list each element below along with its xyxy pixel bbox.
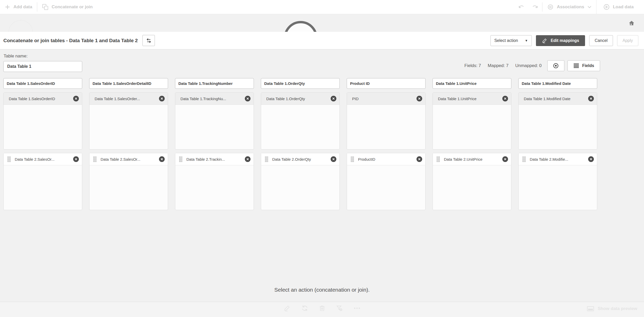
associations-button[interactable]: Associations bbox=[542, 0, 596, 14]
edit-mappings-button[interactable]: Edit mappings bbox=[536, 35, 585, 46]
apply-button[interactable]: Apply bbox=[617, 35, 638, 46]
close-icon[interactable] bbox=[331, 156, 336, 162]
field-chip-label: ProductID bbox=[358, 157, 416, 161]
unmapped-count: Unmapped: 0 bbox=[515, 63, 542, 68]
fields-summary: Fields: 7 Mapped: 7 Unmapped: 0 Fields bbox=[464, 60, 600, 71]
faint-spinner-circle bbox=[9, 20, 33, 32]
filter-clear-icon[interactable] bbox=[336, 305, 343, 312]
preview-toggle-button[interactable] bbox=[547, 60, 564, 71]
field-chip[interactable]: ProductID bbox=[347, 153, 425, 165]
home-button[interactable] bbox=[627, 19, 636, 27]
field-chip[interactable]: Data Table 2.Trackin... bbox=[175, 153, 254, 165]
concatenate-or-join-button[interactable]: Concatenate or join bbox=[37, 0, 97, 14]
mapping-columns: Data Table 1.SalesOrderID Data Table 2.S… bbox=[3, 78, 597, 213]
associations-label: Associations bbox=[557, 4, 584, 10]
close-icon[interactable] bbox=[245, 156, 251, 162]
table1-field-card: Data Table 1.UnitPrice bbox=[433, 92, 511, 150]
close-icon[interactable] bbox=[502, 156, 508, 162]
table-name-label: Table name: bbox=[4, 54, 28, 59]
close-icon[interactable] bbox=[416, 156, 422, 162]
pencil-icon bbox=[542, 38, 548, 43]
field-chip[interactable]: Data Table 2.UnitPrice bbox=[433, 153, 511, 165]
footer-icon-group bbox=[284, 305, 361, 312]
ellipsis-icon[interactable] bbox=[353, 305, 361, 312]
drag-handle-icon[interactable] bbox=[179, 156, 183, 162]
drag-handle-icon[interactable] bbox=[522, 156, 526, 162]
close-icon[interactable] bbox=[416, 96, 422, 101]
column-name-input[interactable] bbox=[518, 78, 597, 89]
field-chip-label: Data Table 2.Modifie... bbox=[530, 157, 588, 161]
select-action-label: Select action bbox=[494, 38, 518, 43]
close-icon[interactable] bbox=[588, 156, 594, 162]
show-data-preview-toggle[interactable]: Show data preview bbox=[587, 306, 637, 312]
table1-field-card: Data Table 1.OrderQty bbox=[261, 92, 340, 150]
mapped-count: Mapped: 7 bbox=[488, 63, 509, 68]
drag-handle-icon[interactable] bbox=[436, 156, 440, 162]
field-chip[interactable]: Data Table 2.Modifie... bbox=[519, 153, 597, 165]
preview-eye-icon bbox=[552, 62, 559, 69]
field-chip[interactable]: Data Table 2.SalesOr... bbox=[4, 153, 82, 165]
column-name-input[interactable] bbox=[261, 78, 340, 89]
mapping-column: PID ProductID bbox=[347, 78, 426, 213]
table1-field-card: Data Table 1.TrackingNu... bbox=[175, 92, 254, 150]
fields-button-label: Fields bbox=[582, 63, 594, 68]
undo-button[interactable] bbox=[514, 0, 528, 14]
close-icon[interactable] bbox=[331, 96, 336, 101]
field-chip[interactable]: Data Table 1.SalesOrder... bbox=[89, 93, 168, 105]
field-chip[interactable]: Data Table 1.OrderQty bbox=[261, 93, 339, 105]
footer-toolbar: Show data preview bbox=[0, 302, 644, 317]
trash-icon[interactable] bbox=[319, 305, 325, 312]
redo-button[interactable] bbox=[528, 0, 542, 14]
column-name-input[interactable] bbox=[89, 78, 168, 89]
load-data-button[interactable]: Load data bbox=[596, 0, 644, 14]
close-icon[interactable] bbox=[73, 156, 79, 162]
field-chip[interactable]: Data Table 1.UnitPrice bbox=[433, 93, 511, 105]
table1-field-card: Data Table 1.SalesOrder... bbox=[89, 92, 168, 150]
column-name-input[interactable] bbox=[433, 78, 511, 89]
drag-handle-icon[interactable] bbox=[265, 156, 268, 162]
field-chip[interactable]: Data Table 1.Modified Date bbox=[519, 93, 597, 105]
column-name-input[interactable] bbox=[3, 78, 82, 89]
field-chip[interactable]: Data Table 2.OrderQty bbox=[261, 153, 339, 165]
chevron-down-icon bbox=[587, 5, 592, 9]
add-data-label: Add data bbox=[13, 4, 32, 10]
column-name-input[interactable] bbox=[175, 78, 254, 89]
loading-spinner bbox=[284, 21, 317, 32]
field-chip-label: Data Table 2.SalesOr... bbox=[101, 157, 159, 161]
field-chip[interactable]: PID bbox=[347, 93, 425, 105]
close-icon[interactable] bbox=[159, 96, 165, 101]
caret-down-icon: ▼ bbox=[525, 39, 528, 42]
field-chip-label: Data Table 1.UnitPrice bbox=[438, 97, 502, 101]
close-icon[interactable] bbox=[502, 96, 508, 101]
field-chip-label: Data Table 1.Modified Date bbox=[524, 97, 588, 101]
close-icon[interactable] bbox=[588, 96, 594, 101]
field-chip-label: Data Table 1.SalesOrder... bbox=[95, 97, 159, 101]
refresh-icon[interactable] bbox=[301, 305, 308, 312]
drag-handle-icon[interactable] bbox=[351, 156, 354, 162]
drag-handle-icon[interactable] bbox=[7, 156, 11, 162]
close-icon[interactable] bbox=[245, 96, 251, 101]
select-action-dropdown[interactable]: Select action ▼ bbox=[490, 35, 532, 46]
field-chip-label: Data Table 2.UnitPrice bbox=[444, 157, 502, 161]
show-data-preview-label: Show data preview bbox=[598, 306, 637, 311]
column-name-input[interactable] bbox=[347, 78, 426, 89]
pencil-icon[interactable] bbox=[284, 305, 291, 312]
drag-handle-icon[interactable] bbox=[93, 156, 97, 162]
mapping-column: Data Table 1.UnitPrice Data Table 2.Unit… bbox=[433, 78, 511, 213]
mapping-column: Data Table 1.Modified Date Data Table 2.… bbox=[518, 78, 597, 213]
close-icon[interactable] bbox=[73, 96, 79, 101]
top-toolbar: Add data Concatenate or join bbox=[0, 0, 644, 14]
table-name-input[interactable] bbox=[3, 61, 82, 72]
redo-icon bbox=[532, 4, 539, 10]
fields-button[interactable]: Fields bbox=[567, 60, 600, 71]
add-data-button[interactable]: Add data bbox=[0, 0, 37, 14]
close-icon[interactable] bbox=[159, 156, 165, 162]
fields-count: Fields: 7 bbox=[464, 63, 481, 68]
field-chip[interactable]: Data Table 2.SalesOr... bbox=[89, 153, 168, 165]
mapping-column: Data Table 1.SalesOrderID Data Table 2.S… bbox=[3, 78, 82, 213]
field-chip-label: Data Table 2.OrderQty bbox=[272, 157, 331, 161]
field-chip[interactable]: Data Table 1.TrackingNu... bbox=[175, 93, 254, 105]
swap-tables-button[interactable] bbox=[142, 35, 155, 46]
cancel-button[interactable]: Cancel bbox=[589, 35, 613, 46]
field-chip[interactable]: Data Table 1.SalesOrderID bbox=[4, 93, 82, 105]
